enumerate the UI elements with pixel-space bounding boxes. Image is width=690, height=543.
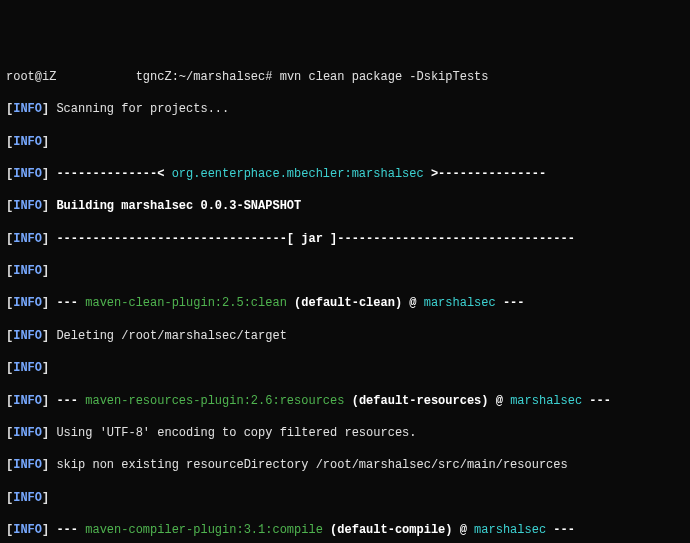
prompt-path: :~/marshalsec#	[172, 70, 280, 84]
log-line: [INFO] --- maven-compiler-plugin:3.1:com…	[6, 522, 684, 538]
log-line: [INFO] Building marshalsec 0.0.3-SNAPSHO…	[6, 198, 684, 214]
log-line: [INFO] Deleting /root/marshalsec/target	[6, 328, 684, 344]
plugin-resources: maven-resources-plugin:2.6:resources	[85, 394, 344, 408]
plugin-clean: maven-clean-plugin:2.5:clean	[85, 296, 287, 310]
log-line: [INFO] --- maven-clean-plugin:2.5:clean …	[6, 295, 684, 311]
log-line: [INFO] Using 'UTF-8' encoding to copy fi…	[6, 425, 684, 441]
prompt-line: root@iZ tgncZ:~/marshalsec# mvn clean pa…	[6, 69, 684, 85]
log-line: [INFO]	[6, 134, 684, 150]
log-line: [INFO] --------------< org.eenterphace.m…	[6, 166, 684, 182]
project-coords: org.eenterphace.mbechler:marshalsec	[172, 167, 424, 181]
log-line: [INFO] --------------------------------[…	[6, 231, 684, 247]
log-line: [INFO] --- maven-resources-plugin:2.6:re…	[6, 393, 684, 409]
log-line: [INFO] Scanning for projects...	[6, 101, 684, 117]
log-line: [INFO] skip non existing resourceDirecto…	[6, 457, 684, 473]
prompt-user: root@iZ	[6, 70, 56, 84]
plugin-compiler: maven-compiler-plugin:3.1:compile	[85, 523, 323, 537]
log-line: [INFO]	[6, 263, 684, 279]
command: mvn clean package -DskipTests	[280, 70, 489, 84]
log-line: [INFO]	[6, 490, 684, 506]
log-line: [INFO]	[6, 360, 684, 376]
